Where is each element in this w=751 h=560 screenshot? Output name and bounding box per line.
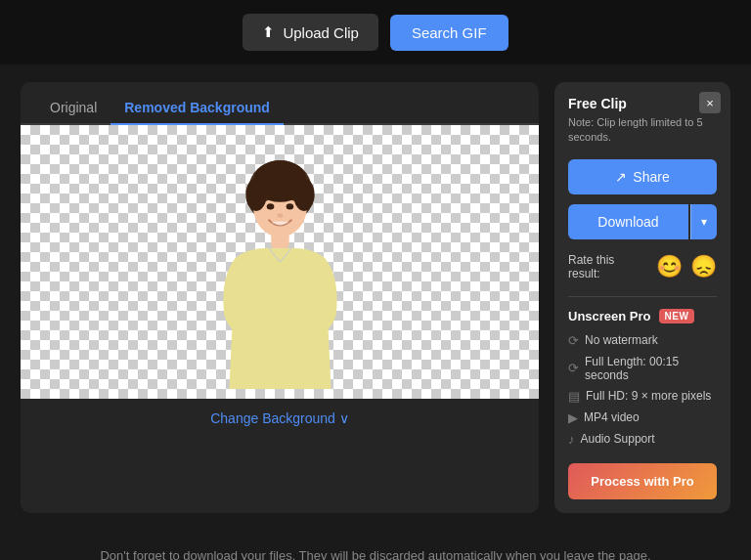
svg-point-9 <box>277 213 283 218</box>
pro-feature-icon: ♪ <box>568 432 575 447</box>
share-label: Share <box>633 169 669 185</box>
svg-point-5 <box>293 178 314 211</box>
footer: Don't forget to download your files. The… <box>0 531 751 560</box>
pro-feature-item: ▶ MP4 video <box>568 410 717 425</box>
pro-feature-item: ⟳ Full Length: 00:15 seconds <box>568 355 717 382</box>
change-background-button[interactable]: Change Background ∨ <box>21 399 539 438</box>
share-icon: ↗ <box>615 169 627 185</box>
free-clip-note: Note: Clip length limited to 5 seconds. <box>568 115 717 146</box>
download-button[interactable]: Download <box>568 204 688 239</box>
pro-feature-icon: ⟳ <box>568 333 579 348</box>
svg-point-8 <box>286 203 293 209</box>
pro-feature-label: No watermark <box>585 333 658 347</box>
share-button[interactable]: ↗ Share <box>568 159 717 194</box>
pro-feature-icon: ▶ <box>568 410 578 425</box>
svg-point-7 <box>266 203 274 209</box>
header: ⬆ Upload Clip Search GIF <box>0 0 751 65</box>
upload-clip-label: Upload Clip <box>283 24 359 41</box>
download-dropdown-button[interactable]: ▾ <box>690 204 717 239</box>
svg-point-4 <box>245 178 266 211</box>
close-button[interactable]: × <box>699 92 721 113</box>
happy-emoji: 😊 <box>656 254 683 279</box>
upload-icon: ⬆ <box>262 23 275 41</box>
svg-rect-6 <box>271 231 288 248</box>
rate-label: Rate this result: <box>568 253 648 280</box>
image-preview <box>21 125 539 399</box>
pro-features-list: ⟳ No watermark ⟳ Full Length: 00:15 seco… <box>568 333 717 447</box>
tab-removed-background[interactable]: Removed Background <box>110 92 284 125</box>
left-panel: Original Removed Background <box>21 82 539 513</box>
pro-feature-label: Audio Support <box>581 432 655 446</box>
main-content: Original Removed Background <box>0 65 751 513</box>
person-image <box>205 135 355 389</box>
pro-feature-item: ♪ Audio Support <box>568 432 717 447</box>
pro-feature-icon: ⟳ <box>568 361 579 375</box>
divider <box>568 296 717 297</box>
right-panel: × Free Clip Note: Clip length limited to… <box>554 82 730 513</box>
pro-feature-item: ⟳ No watermark <box>568 333 717 348</box>
pro-header: Unscreen Pro NEW <box>568 309 717 323</box>
pro-title: Unscreen Pro <box>568 309 651 323</box>
sad-emoji: 😞 <box>690 254 717 279</box>
rate-section: Rate this result: 😊 😞 <box>568 253 717 280</box>
pro-feature-label: MP4 video <box>584 410 640 424</box>
free-clip-title: Free Clip <box>568 96 717 111</box>
new-badge: NEW <box>659 309 695 323</box>
chevron-down-icon: ▾ <box>701 215 707 229</box>
pro-feature-item: ▤ Full HD: 9 × more pixels <box>568 389 717 404</box>
process-pro-button[interactable]: Process with Pro <box>568 463 717 499</box>
tab-bar: Original Removed Background <box>21 82 539 125</box>
sad-rating-button[interactable]: 😞 <box>690 254 717 280</box>
pro-feature-label: Full HD: 9 × more pixels <box>586 389 711 403</box>
search-gif-button[interactable]: Search GIF <box>390 15 508 51</box>
upload-clip-button[interactable]: ⬆ Upload Clip <box>243 14 378 51</box>
download-row: Download ▾ <box>568 204 717 239</box>
search-gif-label: Search GIF <box>412 24 487 41</box>
pro-feature-label: Full Length: 00:15 seconds <box>585 355 717 382</box>
footer-message: Don't forget to download your files. The… <box>100 548 650 560</box>
pro-feature-icon: ▤ <box>568 389 580 404</box>
happy-rating-button[interactable]: 😊 <box>656 254 683 280</box>
tab-original[interactable]: Original <box>36 92 110 125</box>
